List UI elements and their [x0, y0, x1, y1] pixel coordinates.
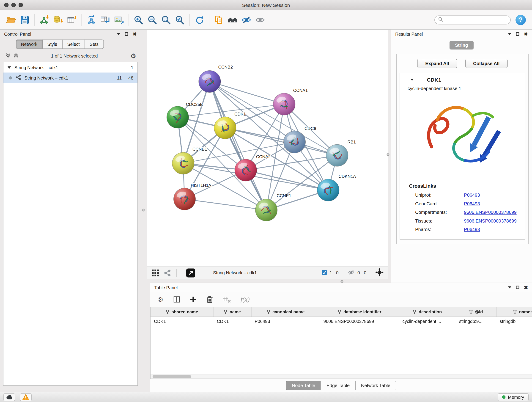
cloud-status-button[interactable]	[3, 393, 15, 401]
close-panel-icon[interactable]: ✖	[133, 32, 137, 36]
panel-menu-icon[interactable]	[508, 287, 511, 288]
open-in-window-button[interactable]	[186, 268, 195, 277]
export-image-icon[interactable]	[112, 12, 126, 27]
network-node-RB1[interactable]	[326, 144, 348, 166]
network-row[interactable]: String Network – cdk1 11 48	[3, 73, 138, 83]
import-network-from-database-icon[interactable]	[51, 12, 65, 27]
zoom-in-icon[interactable]	[132, 12, 146, 27]
zoom-out-icon[interactable]	[146, 12, 159, 27]
column-header-name[interactable]: name	[214, 307, 251, 317]
table-options-gear-icon[interactable]: ⚙	[158, 296, 164, 303]
close-window-button[interactable]	[4, 3, 9, 7]
cell-description[interactable]: cyclin-dependent ...	[399, 317, 456, 326]
zoom-window-button[interactable]	[19, 3, 23, 7]
float-panel-icon[interactable]	[516, 32, 519, 36]
uniprot-link[interactable]: P06493	[464, 192, 480, 198]
network-node-CDC6[interactable]	[284, 131, 306, 153]
results-tab-string[interactable]: String	[450, 41, 473, 50]
zoom-selected-icon[interactable]	[173, 12, 187, 27]
network-collection-row[interactable]: String Network – cdk1 1	[3, 62, 138, 73]
delete-column-icon[interactable]	[206, 296, 213, 303]
new-network-from-selection-icon[interactable]	[98, 12, 112, 27]
edge-CCNB2-CCNE1[interactable]	[210, 82, 266, 210]
pan-mode-icon[interactable]	[375, 268, 384, 278]
search-input[interactable]	[445, 17, 507, 22]
function-builder-icon[interactable]: f(x)	[241, 296, 250, 303]
scrollbar-thumb[interactable]	[152, 375, 191, 378]
zoom-fit-content-icon[interactable]	[159, 12, 173, 27]
apply-layout-icon[interactable]	[192, 12, 206, 27]
cell-canonical-name[interactable]: P06493	[251, 317, 320, 326]
tissues-link[interactable]: 9606.ENSP00000378699	[464, 218, 517, 224]
new-network-icon[interactable]	[85, 12, 98, 27]
compartments-link[interactable]: 9606.ENSP00000378699	[464, 210, 517, 215]
right-splitter-handle[interactable]	[387, 153, 389, 156]
tab-select[interactable]: Select	[62, 40, 85, 49]
show-all-icon[interactable]	[253, 12, 267, 27]
minimize-window-button[interactable]	[12, 3, 16, 7]
network-snapshot-icon[interactable]	[212, 12, 226, 27]
cell-shared-name[interactable]: CDK1	[151, 317, 214, 326]
bottom-splitter-handle[interactable]	[341, 280, 343, 283]
network-node-CCNB2[interactable]	[199, 70, 221, 93]
network-node-CCNB1[interactable]	[172, 153, 194, 174]
tab-network-table[interactable]: Network Table	[355, 381, 396, 390]
show-columns-icon[interactable]	[173, 296, 180, 303]
search-box[interactable]	[434, 15, 511, 24]
column-header-id[interactable]: @id	[456, 307, 496, 317]
cell-namespace[interactable]: stringdb	[496, 317, 532, 326]
cell-name[interactable]: CDK1	[214, 317, 251, 326]
panel-menu-icon[interactable]	[117, 33, 120, 35]
cell-id[interactable]: stringdb:9...	[456, 317, 496, 326]
collapse-all-button[interactable]: Collapse All	[465, 59, 507, 68]
network-node-CDC25B[interactable]	[167, 106, 189, 128]
network-node-CDK1[interactable]	[214, 117, 236, 139]
share-network-icon[interactable]	[164, 269, 171, 276]
tab-style[interactable]: Style	[42, 40, 62, 49]
genecard-link[interactable]: P06493	[464, 201, 480, 206]
import-table-from-file-icon[interactable]	[65, 12, 79, 27]
warnings-button[interactable]	[20, 393, 32, 401]
add-column-icon[interactable]	[190, 296, 196, 303]
expand-all-networks-icon[interactable]	[6, 53, 11, 59]
collapse-arrow-icon[interactable]	[7, 66, 11, 69]
collapse-section-icon[interactable]	[410, 79, 414, 81]
left-splitter-handle[interactable]	[142, 209, 145, 211]
tab-edge-table[interactable]: Edge Table	[321, 381, 355, 390]
pharos-link[interactable]: P06493	[464, 227, 480, 232]
selected-items-checkbox-icon[interactable]	[321, 269, 327, 276]
network-node-HIST1H1A[interactable]	[174, 188, 196, 210]
hidden-items-eye-icon[interactable]	[347, 269, 355, 277]
horizontal-scrollbar[interactable]	[151, 374, 532, 379]
edge-HIST1H1A-CCNE1[interactable]	[185, 199, 266, 210]
import-network-from-file-icon[interactable]	[38, 12, 51, 27]
column-header-database-identifier[interactable]: database identifier	[320, 307, 399, 317]
memory-button[interactable]: Memory	[498, 393, 529, 401]
delete-table-icon[interactable]	[223, 296, 231, 303]
network-node-CCNA2[interactable]	[235, 159, 257, 181]
collapse-all-networks-icon[interactable]	[13, 53, 19, 59]
expand-all-button[interactable]: Expand All	[418, 59, 457, 68]
network-canvas[interactable]: CCNB2CCNA1CDC25BCDK1CDC6RB1CCNB1CCNA2CDK…	[147, 30, 389, 267]
float-panel-icon[interactable]	[516, 286, 519, 289]
network-options-gear-icon[interactable]: ⚙	[130, 53, 136, 59]
close-panel-icon[interactable]: ✖	[524, 285, 528, 290]
hide-selected-icon[interactable]	[240, 12, 253, 27]
tab-network[interactable]: Network	[16, 40, 43, 49]
network-node-CDKN1A[interactable]	[317, 179, 339, 201]
save-session-icon[interactable]	[18, 12, 32, 27]
tab-sets[interactable]: Sets	[85, 40, 104, 49]
close-panel-icon[interactable]: ✖	[524, 32, 528, 36]
column-header-shared-name[interactable]: shared name	[151, 307, 214, 317]
column-header-namespace[interactable]: namespace	[496, 307, 532, 317]
tab-node-table[interactable]: Node Table	[286, 381, 321, 390]
network-node-CCNE1[interactable]	[255, 199, 278, 221]
column-header-description[interactable]: description	[399, 307, 456, 317]
panel-menu-icon[interactable]	[508, 33, 511, 35]
first-neighbors-icon[interactable]	[226, 12, 240, 27]
cell-database-identifier[interactable]: 9606.ENSP00000378699	[320, 317, 399, 326]
help-button[interactable]: ?	[515, 15, 526, 25]
birdseye-view-icon[interactable]	[152, 269, 159, 277]
open-session-icon[interactable]	[4, 12, 18, 27]
column-header-canonical-name[interactable]: canonical name	[251, 307, 320, 317]
